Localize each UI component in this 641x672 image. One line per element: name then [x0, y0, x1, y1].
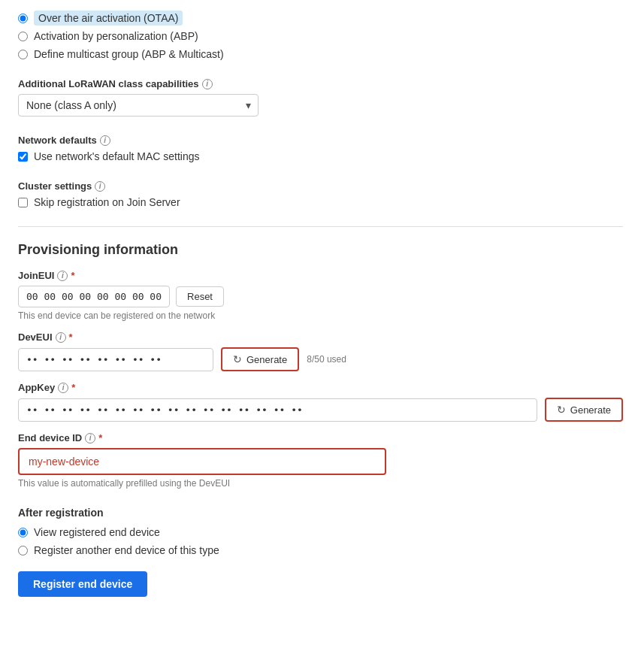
- deveui-label: DevEUI i *: [18, 331, 623, 343]
- lorawan-class-select[interactable]: None (class A only) Class B Class C: [18, 94, 259, 117]
- end-device-id-wrapper: [18, 448, 386, 475]
- joineui-required: *: [71, 270, 74, 281]
- radio-register-another-label: Register another end device of this type: [34, 544, 219, 556]
- radio-multicast-input[interactable]: [18, 50, 28, 59]
- radio-otaa-label: Over the air activation (OTAA): [34, 12, 183, 24]
- skip-registration-checkbox[interactable]: [18, 198, 28, 207]
- deveui-used-count: 8/50 used: [307, 354, 346, 365]
- deveui-row: ↻ Generate 8/50 used: [18, 347, 623, 371]
- after-registration-section: After registration View registered end d…: [18, 507, 623, 597]
- radio-register-another-input[interactable]: [18, 546, 28, 555]
- radio-multicast[interactable]: Define multicast group (ABP & Multicast): [18, 48, 623, 60]
- radio-view-device-label: View registered end device: [34, 526, 160, 538]
- lorawan-class-help-icon[interactable]: i: [202, 79, 213, 89]
- end-device-id-label: End device ID i *: [18, 432, 623, 443]
- end-device-id-field: End device ID i * This value is automati…: [18, 432, 623, 489]
- end-device-id-help-icon[interactable]: i: [85, 433, 95, 443]
- lorawan-class-label: Additional LoRaWAN class capabilities i: [18, 78, 623, 89]
- network-defaults-label: Network defaults i: [18, 135, 623, 146]
- section-divider: [18, 226, 623, 227]
- appkey-required: *: [71, 382, 75, 393]
- provisioning-section: Provisioning information JoinEUI i * 00 …: [18, 242, 623, 489]
- network-defaults-checkbox[interactable]: [18, 152, 28, 162]
- network-defaults-help-icon[interactable]: i: [100, 135, 110, 146]
- end-device-id-required: *: [98, 432, 102, 443]
- radio-view-device[interactable]: View registered end device: [18, 526, 623, 538]
- deveui-help-icon[interactable]: i: [56, 332, 66, 343]
- appkey-label: AppKey i *: [18, 382, 623, 393]
- radio-abp-label: Activation by personalization (ABP): [34, 30, 198, 42]
- after-registration-title: After registration: [18, 507, 623, 519]
- cluster-settings-checkbox-group[interactable]: Skip registration on Join Server: [18, 196, 623, 208]
- cluster-settings-section: Cluster settings i Skip registration on …: [18, 180, 623, 208]
- joineui-value: 00 00 00 00 00 00 00 00: [26, 291, 162, 302]
- radio-abp-input[interactable]: [18, 32, 28, 41]
- cluster-settings-label: Cluster settings i: [18, 180, 623, 192]
- appkey-input[interactable]: [18, 398, 537, 422]
- radio-multicast-label: Define multicast group (ABP & Multicast): [34, 48, 224, 60]
- joineui-hint: This end device can be registered on the…: [18, 310, 623, 321]
- appkey-generate-button[interactable]: ↻ Generate: [545, 398, 623, 422]
- provisioning-title: Provisioning information: [18, 242, 623, 258]
- deveui-input[interactable]: [18, 348, 213, 371]
- network-defaults-checkbox-group[interactable]: Use network's default MAC settings: [18, 150, 623, 162]
- radio-view-device-input[interactable]: [18, 528, 28, 537]
- cluster-settings-help-icon[interactable]: i: [95, 181, 105, 192]
- radio-register-another[interactable]: Register another end device of this type: [18, 544, 623, 556]
- joineui-reset-button[interactable]: Reset: [176, 286, 224, 307]
- end-device-id-hint: This value is automatically prefilled us…: [18, 478, 623, 489]
- joineui-input-box[interactable]: 00 00 00 00 00 00 00 00: [18, 286, 170, 307]
- lorawan-class-dropdown-wrapper[interactable]: None (class A only) Class B Class C ▾: [18, 94, 259, 117]
- appkey-help-icon[interactable]: i: [58, 383, 68, 393]
- radio-otaa[interactable]: Over the air activation (OTAA): [18, 12, 623, 24]
- joineui-help-icon[interactable]: i: [57, 271, 68, 281]
- joineui-label: JoinEUI i *: [18, 270, 623, 281]
- appkey-field: AppKey i * ↻ Generate: [18, 382, 623, 422]
- joineui-row: 00 00 00 00 00 00 00 00 Reset: [18, 286, 623, 307]
- radio-abp[interactable]: Activation by personalization (ABP): [18, 30, 623, 42]
- end-device-id-input[interactable]: [18, 448, 386, 475]
- network-defaults-checkbox-label: Use network's default MAC settings: [34, 150, 200, 162]
- deveui-generate-button[interactable]: ↻ Generate: [221, 347, 299, 371]
- skip-registration-label: Skip registration on Join Server: [34, 196, 180, 208]
- lorawan-class-section: Additional LoRaWAN class capabilities i …: [18, 78, 623, 117]
- activation-section: Over the air activation (OTAA) Activatio…: [18, 12, 623, 60]
- deveui-field: DevEUI i * ↻ Generate 8/50 used: [18, 331, 623, 371]
- appkey-row: ↻ Generate: [18, 398, 623, 422]
- radio-otaa-input[interactable]: [18, 14, 28, 23]
- appkey-generate-refresh-icon: ↻: [557, 404, 566, 416]
- generate-refresh-icon: ↻: [233, 353, 242, 365]
- network-defaults-section: Network defaults i Use network's default…: [18, 135, 623, 162]
- deveui-required: *: [69, 331, 73, 343]
- joineui-field: JoinEUI i * 00 00 00 00 00 00 00 00 Rese…: [18, 270, 623, 321]
- register-end-device-button[interactable]: Register end device: [18, 571, 147, 597]
